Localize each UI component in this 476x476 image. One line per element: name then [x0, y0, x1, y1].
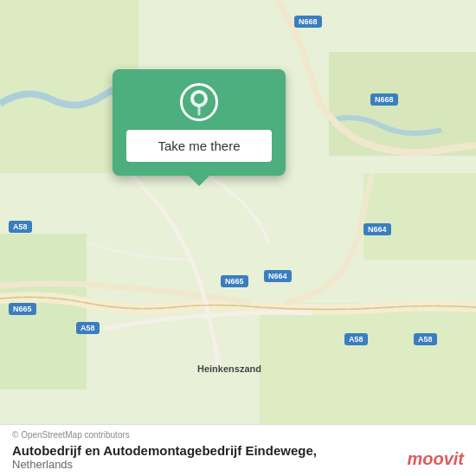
copyright-text: © OpenStreetMap contributors — [12, 430, 464, 440]
footer: © OpenStreetMap contributors Autobedrijf… — [0, 424, 476, 476]
pin-icon — [187, 88, 211, 116]
business-name: Autobedrijf en Autodemontagebedrijf Eind… — [12, 443, 317, 458]
map-container: N668 N668 N664 N664 N665 N665 A58 A58 A5… — [0, 0, 476, 424]
country-name: Netherlands — [12, 458, 464, 471]
take-me-there-button[interactable]: Take me there — [126, 130, 272, 162]
road-label-n668-top: N668 — [294, 16, 322, 28]
road-label-n664-right: N664 — [363, 223, 391, 235]
moovit-logo: moovit — [407, 449, 464, 469]
road-label-a58-left: A58 — [9, 221, 32, 233]
svg-rect-5 — [260, 303, 476, 424]
road-label-n665-mid: N665 — [221, 275, 248, 287]
road-label-n664-mid: N664 — [264, 270, 292, 282]
map-svg — [0, 0, 476, 424]
road-label-n665-left: N665 — [9, 303, 36, 315]
svg-point-7 — [194, 93, 204, 104]
road-label-a58-right2: A58 — [414, 333, 437, 345]
road-label-a58-mid: A58 — [76, 322, 100, 334]
road-label-a58-right1: A58 — [344, 333, 368, 345]
moovit-logo-text: moovit — [407, 449, 464, 468]
popup-card: Take me there — [113, 69, 286, 176]
svg-rect-3 — [363, 173, 476, 260]
heinkenszand-label: Heinkenszand — [197, 363, 261, 374]
location-icon — [180, 83, 218, 121]
svg-rect-2 — [329, 52, 476, 156]
road-label-n668-right: N668 — [370, 93, 398, 106]
